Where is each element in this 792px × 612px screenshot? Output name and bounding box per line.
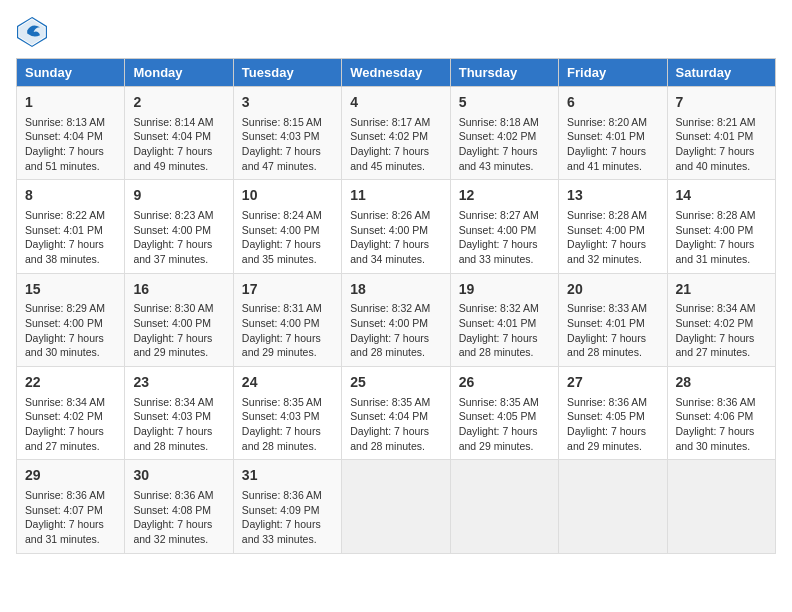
weekday-header-monday: Monday [125, 59, 233, 87]
day-number: 27 [567, 373, 658, 393]
day-info: Sunrise: 8:34 AM Sunset: 4:03 PM Dayligh… [133, 395, 224, 454]
logo [16, 16, 52, 48]
calendar-week-4: 22Sunrise: 8:34 AM Sunset: 4:02 PM Dayli… [17, 367, 776, 460]
day-number: 4 [350, 93, 441, 113]
day-info: Sunrise: 8:26 AM Sunset: 4:00 PM Dayligh… [350, 208, 441, 267]
calendar-cell: 9Sunrise: 8:23 AM Sunset: 4:00 PM Daylig… [125, 180, 233, 273]
day-number: 18 [350, 280, 441, 300]
day-info: Sunrise: 8:13 AM Sunset: 4:04 PM Dayligh… [25, 115, 116, 174]
calendar-cell [667, 460, 775, 553]
calendar-cell: 24Sunrise: 8:35 AM Sunset: 4:03 PM Dayli… [233, 367, 341, 460]
day-number: 24 [242, 373, 333, 393]
calendar-cell: 28Sunrise: 8:36 AM Sunset: 4:06 PM Dayli… [667, 367, 775, 460]
day-number: 17 [242, 280, 333, 300]
day-info: Sunrise: 8:15 AM Sunset: 4:03 PM Dayligh… [242, 115, 333, 174]
calendar-week-2: 8Sunrise: 8:22 AM Sunset: 4:01 PM Daylig… [17, 180, 776, 273]
day-number: 16 [133, 280, 224, 300]
weekday-row: SundayMondayTuesdayWednesdayThursdayFrid… [17, 59, 776, 87]
calendar-cell: 31Sunrise: 8:36 AM Sunset: 4:09 PM Dayli… [233, 460, 341, 553]
calendar-cell: 22Sunrise: 8:34 AM Sunset: 4:02 PM Dayli… [17, 367, 125, 460]
day-info: Sunrise: 8:28 AM Sunset: 4:00 PM Dayligh… [567, 208, 658, 267]
calendar-cell: 19Sunrise: 8:32 AM Sunset: 4:01 PM Dayli… [450, 273, 558, 366]
calendar-cell: 10Sunrise: 8:24 AM Sunset: 4:00 PM Dayli… [233, 180, 341, 273]
calendar-cell: 13Sunrise: 8:28 AM Sunset: 4:00 PM Dayli… [559, 180, 667, 273]
weekday-header-saturday: Saturday [667, 59, 775, 87]
calendar-body: 1Sunrise: 8:13 AM Sunset: 4:04 PM Daylig… [17, 87, 776, 554]
day-number: 11 [350, 186, 441, 206]
calendar-cell: 20Sunrise: 8:33 AM Sunset: 4:01 PM Dayli… [559, 273, 667, 366]
weekday-header-thursday: Thursday [450, 59, 558, 87]
calendar-cell: 18Sunrise: 8:32 AM Sunset: 4:00 PM Dayli… [342, 273, 450, 366]
day-number: 28 [676, 373, 767, 393]
day-info: Sunrise: 8:36 AM Sunset: 4:09 PM Dayligh… [242, 488, 333, 547]
day-number: 20 [567, 280, 658, 300]
calendar-cell: 11Sunrise: 8:26 AM Sunset: 4:00 PM Dayli… [342, 180, 450, 273]
calendar-cell: 26Sunrise: 8:35 AM Sunset: 4:05 PM Dayli… [450, 367, 558, 460]
day-info: Sunrise: 8:34 AM Sunset: 4:02 PM Dayligh… [676, 301, 767, 360]
day-info: Sunrise: 8:29 AM Sunset: 4:00 PM Dayligh… [25, 301, 116, 360]
day-number: 10 [242, 186, 333, 206]
calendar-cell [559, 460, 667, 553]
day-info: Sunrise: 8:36 AM Sunset: 4:08 PM Dayligh… [133, 488, 224, 547]
calendar-cell: 21Sunrise: 8:34 AM Sunset: 4:02 PM Dayli… [667, 273, 775, 366]
day-info: Sunrise: 8:20 AM Sunset: 4:01 PM Dayligh… [567, 115, 658, 174]
logo-icon [16, 16, 48, 48]
calendar-cell: 23Sunrise: 8:34 AM Sunset: 4:03 PM Dayli… [125, 367, 233, 460]
calendar-week-5: 29Sunrise: 8:36 AM Sunset: 4:07 PM Dayli… [17, 460, 776, 553]
calendar-cell: 8Sunrise: 8:22 AM Sunset: 4:01 PM Daylig… [17, 180, 125, 273]
day-info: Sunrise: 8:33 AM Sunset: 4:01 PM Dayligh… [567, 301, 658, 360]
day-info: Sunrise: 8:32 AM Sunset: 4:00 PM Dayligh… [350, 301, 441, 360]
calendar-header: SundayMondayTuesdayWednesdayThursdayFrid… [17, 59, 776, 87]
calendar-cell: 6Sunrise: 8:20 AM Sunset: 4:01 PM Daylig… [559, 87, 667, 180]
calendar-cell: 5Sunrise: 8:18 AM Sunset: 4:02 PM Daylig… [450, 87, 558, 180]
calendar-cell: 17Sunrise: 8:31 AM Sunset: 4:00 PM Dayli… [233, 273, 341, 366]
page-header [16, 16, 776, 48]
day-info: Sunrise: 8:21 AM Sunset: 4:01 PM Dayligh… [676, 115, 767, 174]
calendar-cell: 4Sunrise: 8:17 AM Sunset: 4:02 PM Daylig… [342, 87, 450, 180]
day-info: Sunrise: 8:35 AM Sunset: 4:05 PM Dayligh… [459, 395, 550, 454]
day-info: Sunrise: 8:32 AM Sunset: 4:01 PM Dayligh… [459, 301, 550, 360]
calendar-week-3: 15Sunrise: 8:29 AM Sunset: 4:00 PM Dayli… [17, 273, 776, 366]
calendar-cell [342, 460, 450, 553]
day-info: Sunrise: 8:30 AM Sunset: 4:00 PM Dayligh… [133, 301, 224, 360]
weekday-header-wednesday: Wednesday [342, 59, 450, 87]
day-number: 31 [242, 466, 333, 486]
day-number: 6 [567, 93, 658, 113]
day-info: Sunrise: 8:31 AM Sunset: 4:00 PM Dayligh… [242, 301, 333, 360]
day-info: Sunrise: 8:35 AM Sunset: 4:03 PM Dayligh… [242, 395, 333, 454]
calendar-cell: 27Sunrise: 8:36 AM Sunset: 4:05 PM Dayli… [559, 367, 667, 460]
day-info: Sunrise: 8:34 AM Sunset: 4:02 PM Dayligh… [25, 395, 116, 454]
calendar-cell: 16Sunrise: 8:30 AM Sunset: 4:00 PM Dayli… [125, 273, 233, 366]
day-number: 1 [25, 93, 116, 113]
day-number: 13 [567, 186, 658, 206]
day-info: Sunrise: 8:14 AM Sunset: 4:04 PM Dayligh… [133, 115, 224, 174]
day-number: 7 [676, 93, 767, 113]
weekday-header-tuesday: Tuesday [233, 59, 341, 87]
weekday-header-friday: Friday [559, 59, 667, 87]
day-info: Sunrise: 8:36 AM Sunset: 4:06 PM Dayligh… [676, 395, 767, 454]
day-info: Sunrise: 8:27 AM Sunset: 4:00 PM Dayligh… [459, 208, 550, 267]
day-number: 12 [459, 186, 550, 206]
day-number: 2 [133, 93, 224, 113]
calendar-cell: 30Sunrise: 8:36 AM Sunset: 4:08 PM Dayli… [125, 460, 233, 553]
day-info: Sunrise: 8:23 AM Sunset: 4:00 PM Dayligh… [133, 208, 224, 267]
calendar-cell: 25Sunrise: 8:35 AM Sunset: 4:04 PM Dayli… [342, 367, 450, 460]
day-info: Sunrise: 8:18 AM Sunset: 4:02 PM Dayligh… [459, 115, 550, 174]
day-number: 3 [242, 93, 333, 113]
calendar-cell: 12Sunrise: 8:27 AM Sunset: 4:00 PM Dayli… [450, 180, 558, 273]
day-number: 21 [676, 280, 767, 300]
day-number: 23 [133, 373, 224, 393]
calendar-cell: 2Sunrise: 8:14 AM Sunset: 4:04 PM Daylig… [125, 87, 233, 180]
day-info: Sunrise: 8:36 AM Sunset: 4:07 PM Dayligh… [25, 488, 116, 547]
calendar-cell: 7Sunrise: 8:21 AM Sunset: 4:01 PM Daylig… [667, 87, 775, 180]
day-number: 29 [25, 466, 116, 486]
day-number: 9 [133, 186, 224, 206]
calendar-cell: 3Sunrise: 8:15 AM Sunset: 4:03 PM Daylig… [233, 87, 341, 180]
day-number: 15 [25, 280, 116, 300]
weekday-header-sunday: Sunday [17, 59, 125, 87]
calendar-cell: 14Sunrise: 8:28 AM Sunset: 4:00 PM Dayli… [667, 180, 775, 273]
day-number: 30 [133, 466, 224, 486]
calendar-table: SundayMondayTuesdayWednesdayThursdayFrid… [16, 58, 776, 554]
calendar-cell [450, 460, 558, 553]
day-number: 22 [25, 373, 116, 393]
